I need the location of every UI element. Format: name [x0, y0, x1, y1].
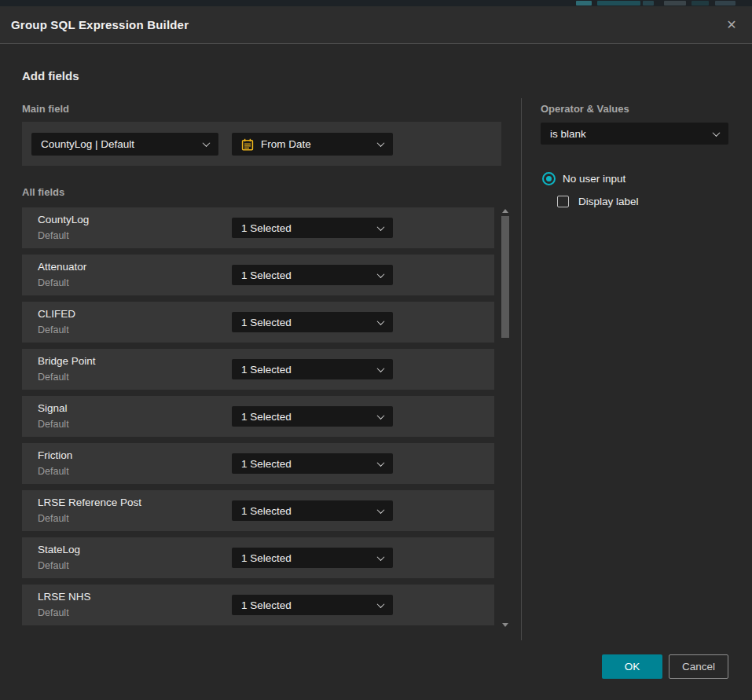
field-selected-dropdown[interactable]: 1 Selected [232, 312, 393, 332]
field-name: Attenuator [38, 261, 86, 273]
chevron-down-icon [377, 365, 385, 372]
chevron-down-icon [377, 600, 385, 608]
field-subtitle: Default [38, 513, 69, 524]
dialog-title: Group SQL Expression Builder [11, 6, 189, 44]
field-selected-dropdown[interactable]: 1 Selected [232, 595, 393, 615]
checkbox-unchecked-icon [557, 196, 569, 207]
field-row: LRSE NHS Default 1 Selected [22, 585, 494, 625]
radio-label: No user input [563, 173, 625, 185]
add-fields-heading: Add fields [22, 69, 79, 82]
field-subtitle: Default [38, 230, 69, 241]
chevron-down-icon [203, 139, 211, 147]
field-subtitle: Default [38, 324, 69, 335]
field-selected-value: 1 Selected [241, 505, 292, 517]
field-selected-value: 1 Selected [241, 599, 292, 611]
scrollbar-down-arrow-icon[interactable] [502, 623, 508, 627]
field-name: LRSE NHS [38, 591, 91, 603]
checkbox-label: Display label [578, 196, 639, 207]
field-subtitle: Default [38, 607, 69, 618]
field-subtitle: Default [38, 560, 69, 571]
field-subtitle: Default [38, 419, 69, 430]
radio-selected-icon [542, 172, 556, 185]
operator-value: is blank [550, 128, 586, 140]
background-app-fragment [715, 1, 735, 5]
field-row: Attenuator Default 1 Selected [22, 255, 494, 295]
chevron-down-icon [377, 553, 385, 561]
main-field-field-select[interactable]: From Date [232, 133, 393, 156]
main-field-source-select[interactable]: CountyLog | Default [31, 133, 218, 156]
field-name: LRSE Reference Post [38, 497, 141, 508]
field-row: CountyLog Default 1 Selected [22, 207, 494, 248]
panel-divider [521, 98, 522, 640]
background-app-fragment [664, 1, 686, 5]
background-app-fragment [691, 1, 709, 5]
background-app-strip [0, 0, 752, 6]
field-selected-dropdown[interactable]: 1 Selected [232, 453, 393, 474]
chevron-down-icon [377, 139, 385, 147]
field-subtitle: Default [38, 466, 69, 477]
all-fields-list: CountyLog Default 1 Selected Attenuator … [22, 207, 494, 629]
field-row: Bridge Point Default 1 Selected [22, 349, 494, 390]
field-subtitle: Default [38, 372, 69, 383]
field-row: Friction Default 1 Selected [22, 443, 494, 484]
main-field-panel: CountyLog | Default From Date [22, 122, 501, 166]
chevron-down-icon [377, 223, 385, 231]
no-user-input-radio[interactable]: No user input [542, 172, 625, 185]
field-selected-dropdown[interactable]: 1 Selected [232, 500, 393, 521]
field-selected-value: 1 Selected [241, 222, 292, 234]
field-selected-dropdown[interactable]: 1 Selected [232, 218, 393, 238]
field-row: LRSE Reference Post Default 1 Selected [22, 490, 494, 531]
field-name: CountyLog [38, 214, 89, 225]
field-selected-value: 1 Selected [241, 269, 292, 281]
field-row: StateLog Default 1 Selected [22, 537, 494, 578]
scrollbar-up-arrow-icon[interactable] [502, 209, 508, 213]
background-app-fragment [576, 1, 592, 5]
screen: Group SQL Expression Builder ✕ Add field… [0, 0, 752, 700]
display-label-checkbox[interactable]: Display label [557, 196, 639, 207]
all-fields-label: All fields [22, 186, 64, 198]
field-selected-value: 1 Selected [241, 552, 292, 564]
field-subtitle: Default [38, 277, 69, 288]
chevron-down-icon [377, 412, 385, 420]
field-selected-dropdown[interactable]: 1 Selected [232, 548, 393, 568]
field-selected-value: 1 Selected [241, 411, 292, 423]
field-name: Signal [38, 402, 68, 414]
chevron-down-icon [377, 270, 385, 278]
operator-select[interactable]: is blank [541, 123, 728, 145]
main-field-label: Main field [22, 103, 69, 115]
close-icon[interactable]: ✕ [722, 16, 741, 35]
group-sql-expression-builder-dialog: Group SQL Expression Builder ✕ Add field… [0, 6, 752, 700]
field-selected-dropdown[interactable]: 1 Selected [232, 265, 393, 285]
background-app-fragment [597, 1, 640, 5]
field-selected-dropdown[interactable]: 1 Selected [232, 359, 393, 379]
ok-button[interactable]: OK [602, 654, 662, 679]
chevron-down-icon [377, 459, 385, 467]
field-row: CLIFED Default 1 Selected [22, 302, 494, 343]
chevron-down-icon [377, 317, 385, 325]
chevron-down-icon [713, 129, 721, 137]
main-field-source-value: CountyLog | Default [41, 138, 134, 150]
background-app-fragment [643, 1, 654, 5]
calendar-icon [241, 138, 254, 151]
field-name: Bridge Point [38, 355, 96, 367]
field-name: StateLog [38, 544, 80, 555]
field-name: Friction [38, 449, 72, 461]
main-field-field-value: From Date [261, 138, 311, 150]
scrollbar-thumb[interactable] [501, 216, 509, 338]
dialog-titlebar: Group SQL Expression Builder ✕ [0, 6, 752, 44]
field-selected-value: 1 Selected [241, 317, 292, 328]
field-name: CLIFED [38, 308, 75, 320]
field-selected-value: 1 Selected [241, 458, 292, 470]
cancel-button[interactable]: Cancel [669, 654, 728, 679]
fields-list-scrollbar[interactable] [501, 207, 510, 629]
field-selected-dropdown[interactable]: 1 Selected [232, 406, 393, 427]
chevron-down-icon [377, 506, 385, 514]
field-selected-value: 1 Selected [241, 364, 292, 376]
operator-values-label: Operator & Values [541, 103, 629, 115]
field-row: Signal Default 1 Selected [22, 396, 494, 437]
